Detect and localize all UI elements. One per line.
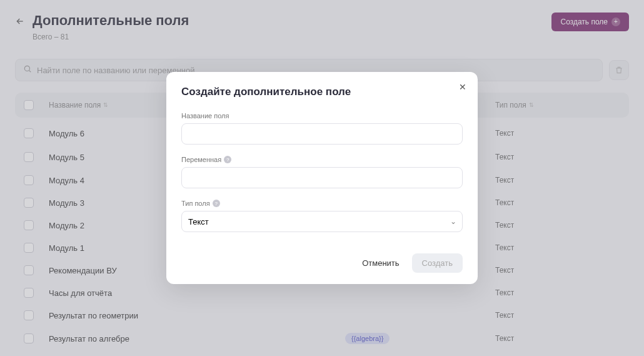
- modal-footer: Отменить Создать: [181, 253, 463, 273]
- help-icon[interactable]: ?: [224, 156, 231, 163]
- type-label: Тип поля ?: [181, 200, 463, 207]
- variable-group: Переменная ?: [181, 156, 463, 188]
- modal-title: Создайте дополнительное поле: [181, 86, 463, 98]
- type-select[interactable]: Текст: [181, 211, 463, 232]
- variable-input[interactable]: [181, 167, 463, 188]
- type-group: Тип поля ? Текст ⌄: [181, 200, 463, 232]
- cancel-button[interactable]: Отменить: [358, 253, 403, 273]
- submit-button[interactable]: Создать: [412, 253, 463, 273]
- close-icon[interactable]: ✕: [459, 82, 466, 92]
- field-name-input[interactable]: [181, 123, 463, 145]
- field-name-group: Название поля: [181, 112, 463, 145]
- create-field-modal: Создайте дополнительное поле ✕ Название …: [166, 72, 478, 284]
- modal-overlay[interactable]: Создайте дополнительное поле ✕ Название …: [0, 0, 644, 356]
- variable-label: Переменная ?: [181, 156, 463, 163]
- field-name-label: Название поля: [181, 112, 463, 120]
- help-icon[interactable]: ?: [213, 200, 220, 207]
